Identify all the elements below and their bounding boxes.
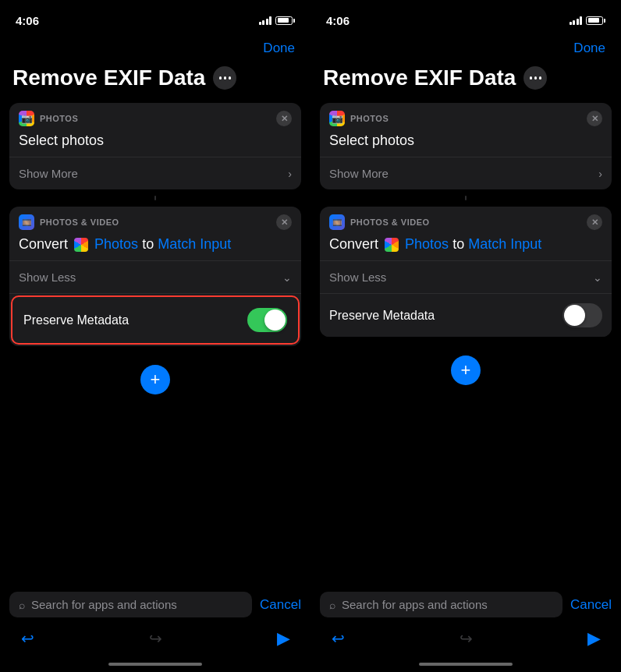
undo-icon-right: ↩ — [332, 629, 345, 648]
show-less-right[interactable]: Show Less ⌄ — [320, 261, 612, 293]
photos-app-icon-left: 📷 — [19, 111, 34, 126]
pv-close-btn-right[interactable]: ✕ — [587, 214, 602, 230]
undo-icon-left: ↩ — [21, 629, 34, 648]
chevron-right-icon-right: › — [598, 168, 602, 180]
add-plus-icon-left: + — [151, 371, 161, 388]
toggle-knob-right — [564, 305, 585, 326]
page-title-right: Remove EXIF Data — [323, 65, 516, 90]
search-placeholder-right: Search for apps and actions — [342, 598, 488, 611]
home-bar-right — [419, 663, 513, 666]
search-placeholder-left: Search for apps and actions — [31, 598, 177, 611]
chevron-down-icon-left: ⌄ — [282, 271, 292, 284]
pv-app-icon-left: 🎞️ — [19, 214, 34, 230]
nav-bar-right: Done — [310, 34, 621, 62]
metadata-label-right: Preserve Metadata — [329, 309, 435, 323]
bottom-bar-right: ⌕ Search for apps and actions Cancel ↩ ↪… — [310, 585, 621, 660]
search-row-left: ⌕ Search for apps and actions Cancel — [9, 592, 301, 617]
toggle-knob-left — [264, 309, 286, 331]
search-row-right: ⌕ Search for apps and actions Cancel — [320, 592, 612, 617]
battery-icon-left — [275, 16, 295, 25]
search-field-left[interactable]: ⌕ Search for apps and actions — [9, 592, 252, 617]
add-btn-area-left: + — [9, 352, 301, 404]
play-icon-left: ▶ — [277, 628, 290, 649]
play-button-left[interactable]: ▶ — [271, 627, 295, 650]
pv-app-icon-right: 🎞️ — [329, 214, 345, 230]
chevron-down-icon-right: ⌄ — [593, 271, 602, 284]
show-less-text-right: Show Less — [329, 271, 386, 284]
metadata-toggle-right[interactable] — [562, 303, 602, 327]
home-bar-left — [108, 663, 202, 666]
redo-button-left[interactable]: ↪ — [144, 627, 167, 650]
photos-card-header-right: 📷 PHOTOS ✕ — [320, 103, 612, 131]
undo-button-right[interactable]: ↩ — [326, 627, 350, 650]
left-panel: 4:06 Done Remove EXIF Data — [0, 0, 310, 672]
pv-close-icon-left: ✕ — [281, 218, 288, 227]
signal-icon-left — [259, 16, 272, 25]
add-btn-area-right: + — [320, 343, 612, 394]
pv-action-right: Convert Photos to Match Input — [320, 235, 612, 260]
pv-close-btn-left[interactable]: ✕ — [276, 214, 292, 230]
status-bar-left: 4:06 — [0, 0, 310, 34]
toolbar-left: ↩ ↪ ▶ — [9, 624, 301, 656]
done-button-right[interactable]: Done — [573, 41, 605, 56]
more-button-right[interactable] — [523, 66, 547, 90]
metadata-toggle-left[interactable] — [247, 308, 287, 332]
pv-category-right: PHOTOS & VIDEO — [350, 218, 430, 227]
more-dots-icon-right — [530, 76, 542, 80]
photos-video-card-left: 🎞️ PHOTOS & VIDEO ✕ Convert Photos to Ma… — [9, 207, 301, 346]
redo-button-right[interactable]: ↪ — [454, 627, 477, 650]
pv-category-left: PHOTOS & VIDEO — [40, 218, 119, 227]
status-icons-left — [259, 16, 296, 25]
add-button-right[interactable]: + — [451, 355, 481, 385]
show-less-text-left: Show Less — [19, 271, 76, 284]
metadata-row-right: Preserve Metadata — [320, 294, 612, 337]
status-icons-right — [570, 16, 606, 25]
cancel-button-left[interactable]: Cancel — [260, 597, 301, 613]
pv-close-icon-right: ✕ — [591, 218, 598, 227]
metadata-highlight-left: Preserve Metadata — [11, 295, 300, 345]
add-button-left[interactable]: + — [140, 365, 170, 394]
title-area-right: Remove EXIF Data — [310, 62, 621, 103]
battery-icon-right — [586, 16, 605, 25]
pv-divider2-left — [9, 293, 301, 294]
metadata-row-left: Preserve Metadata — [14, 299, 296, 341]
nav-bar-left: Done — [0, 34, 310, 62]
photos-card-left: 📷 PHOTOS ✕ Select photos Show More › — [9, 103, 301, 189]
play-button-right[interactable]: ▶ — [582, 627, 605, 650]
show-more-text-right: Show More — [329, 167, 389, 180]
pv-card-header-left: 🎞️ PHOTOS & VIDEO ✕ — [9, 207, 301, 235]
add-plus-icon-right: + — [461, 362, 471, 379]
home-indicator-left — [0, 660, 310, 672]
home-indicator-right — [310, 660, 621, 672]
done-button-left[interactable]: Done — [263, 41, 295, 56]
photos-video-card-right: 🎞️ PHOTOS & VIDEO ✕ Convert Photos to Ma… — [320, 207, 612, 337]
cancel-button-right[interactable]: Cancel — [570, 597, 612, 613]
show-less-left[interactable]: Show Less ⌄ — [9, 261, 301, 293]
more-button-left[interactable] — [213, 66, 236, 90]
page-title-left: Remove EXIF Data — [12, 65, 205, 90]
photos-action-right: Select photos — [320, 131, 612, 157]
photos-app-icon-right: 📷 — [329, 111, 345, 126]
time-right: 4:06 — [326, 14, 350, 27]
search-field-right[interactable]: ⌕ Search for apps and actions — [320, 592, 562, 617]
show-more-text-left: Show More — [19, 167, 78, 180]
undo-button-left[interactable]: ↩ — [16, 627, 39, 650]
content-area-left: 📷 PHOTOS ✕ Select photos Show More › — [0, 103, 310, 585]
photos-category-left: PHOTOS — [40, 114, 78, 123]
photos-card-header-left: 📷 PHOTOS ✕ — [9, 103, 301, 131]
pv-action-left: Convert Photos to Match Input — [9, 235, 301, 260]
status-bar-right: 4:06 — [310, 0, 621, 34]
close-icon-right: ✕ — [591, 115, 598, 123]
play-icon-right: ▶ — [587, 628, 601, 649]
photos-close-btn-right[interactable]: ✕ — [587, 111, 602, 126]
metadata-label-left: Preserve Metadata — [23, 313, 129, 327]
content-area-right: 📷 PHOTOS ✕ Select photos Show More › — [310, 103, 621, 585]
show-more-right[interactable]: Show More › — [320, 157, 612, 189]
photos-action-left: Select photos — [9, 131, 301, 157]
redo-icon-right: ↪ — [460, 629, 473, 648]
show-more-left[interactable]: Show More › — [9, 157, 301, 189]
search-icon-right: ⌕ — [329, 599, 335, 611]
signal-icon-right — [570, 16, 583, 25]
photos-close-btn-left[interactable]: ✕ — [276, 111, 292, 126]
search-icon-left: ⌕ — [19, 599, 25, 611]
